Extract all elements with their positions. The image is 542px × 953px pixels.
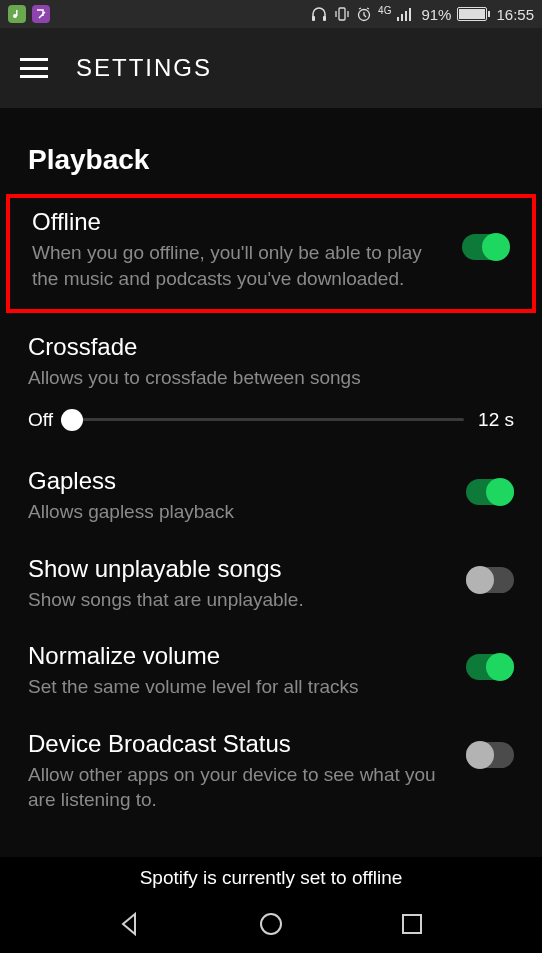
app-header: SETTINGS [0, 28, 542, 108]
normalize-toggle[interactable] [466, 654, 514, 680]
back-button[interactable] [115, 909, 145, 939]
unplayable-desc: Show songs that are unplayable. [28, 587, 446, 613]
crossfade-max-label: 12 s [478, 409, 514, 431]
crossfade-slider[interactable] [67, 418, 464, 421]
normalize-label: Normalize volume [28, 642, 446, 670]
unplayable-label: Show unplayable songs [28, 555, 446, 583]
svg-rect-4 [339, 8, 345, 20]
network-type: 4G [378, 5, 391, 16]
battery-percent: 91% [421, 6, 451, 23]
headphones-icon [310, 6, 328, 22]
crossfade-slider-thumb[interactable] [61, 409, 83, 431]
alarm-icon [356, 6, 372, 22]
app-notif-icon-2 [32, 5, 50, 23]
svg-rect-3 [323, 16, 326, 21]
gapless-label: Gapless [28, 467, 446, 495]
home-button[interactable] [256, 909, 286, 939]
offline-toggle[interactable] [462, 234, 510, 260]
status-bar: 4G 91% 16:55 [0, 0, 542, 28]
battery-icon [457, 7, 490, 21]
svg-rect-7 [401, 14, 403, 21]
setting-normalize[interactable]: Normalize volume Set the same volume lev… [0, 630, 542, 718]
unplayable-toggle[interactable] [466, 567, 514, 593]
section-title: Playback [0, 108, 542, 194]
setting-gapless[interactable]: Gapless Allows gapless playback [0, 455, 542, 543]
system-navbar [0, 895, 542, 953]
svg-rect-9 [409, 8, 411, 21]
crossfade-desc: Allows you to crossfade between songs [28, 365, 514, 391]
svg-rect-6 [397, 17, 399, 21]
crossfade-min-label: Off [28, 409, 53, 431]
screen: 4G 91% 16:55 SETTINGS Playback Offline W… [0, 0, 542, 953]
svg-rect-1 [16, 10, 18, 16]
setting-offline[interactable]: Offline When you go offline, you'll only… [6, 194, 536, 313]
footer-caption: Spotify is currently set to offline [0, 857, 542, 895]
app-notif-icon-1 [8, 5, 26, 23]
svg-rect-2 [312, 16, 315, 21]
svg-rect-11 [403, 915, 421, 933]
gapless-desc: Allows gapless playback [28, 499, 446, 525]
gapless-toggle[interactable] [466, 479, 514, 505]
setting-crossfade: Crossfade Allows you to crossfade betwee… [0, 321, 542, 395]
settings-content: Playback Offline When you go offline, yo… [0, 108, 542, 857]
normalize-desc: Set the same volume level for all tracks [28, 674, 446, 700]
svg-point-10 [261, 914, 281, 934]
crossfade-label: Crossfade [28, 333, 514, 361]
broadcast-label: Device Broadcast Status [28, 730, 446, 758]
page-title: SETTINGS [76, 54, 212, 82]
setting-unplayable[interactable]: Show unplayable songs Show songs that ar… [0, 543, 542, 631]
offline-desc: When you go offline, you'll only be able… [32, 240, 442, 291]
setting-broadcast[interactable]: Device Broadcast Status Allow other apps… [0, 718, 542, 831]
vibrate-icon [334, 6, 350, 22]
recents-button[interactable] [397, 909, 427, 939]
signal-icon [397, 7, 415, 21]
broadcast-desc: Allow other apps on your device to see w… [28, 762, 446, 813]
menu-icon[interactable] [20, 58, 48, 78]
offline-label: Offline [32, 208, 442, 236]
statusbar-right: 4G 91% 16:55 [310, 6, 534, 23]
svg-rect-8 [405, 11, 407, 21]
crossfade-slider-row: Off 12 s [0, 395, 542, 455]
statusbar-left [8, 5, 50, 23]
clock: 16:55 [496, 6, 534, 23]
broadcast-toggle[interactable] [466, 742, 514, 768]
